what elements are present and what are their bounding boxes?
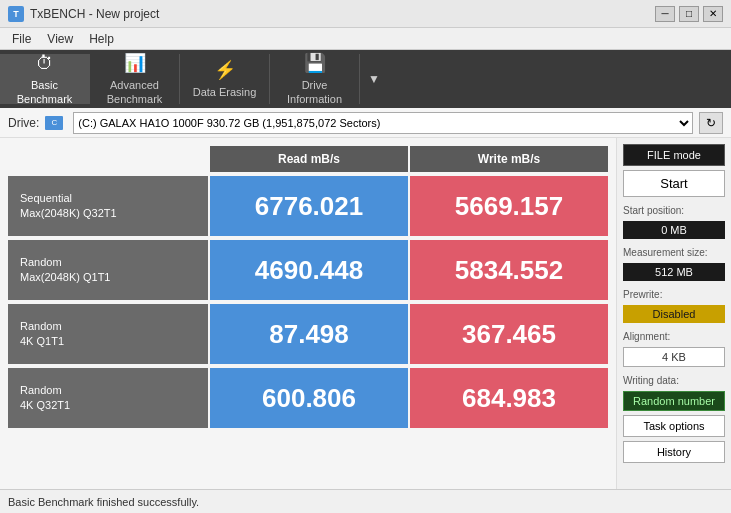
row-label-0: SequentialMax(2048K) Q32T1 [8, 176, 208, 236]
toolbar-basic-benchmark-label: BasicBenchmark [17, 78, 73, 107]
row-label-3: Random4K Q32T1 [8, 368, 208, 428]
menu-view[interactable]: View [39, 30, 81, 48]
read-cell-0: 6776.021 [210, 176, 408, 236]
title-bar: T TxBENCH - New project ─ □ ✕ [0, 0, 731, 28]
drive-select-wrapper[interactable]: (C:) GALAX HA1O 1000F 930.72 GB (1,951,8… [73, 112, 693, 134]
prewrite-value[interactable]: Disabled [623, 305, 725, 323]
toolbar-dropdown[interactable]: ▼ [360, 54, 388, 104]
toolbar-data-erasing-label: Data Erasing [193, 85, 257, 99]
status-text: Basic Benchmark finished successfully. [8, 496, 199, 508]
data-erasing-icon: ⚡ [214, 59, 236, 82]
file-mode-button[interactable]: FILE mode [623, 144, 725, 166]
measurement-size-value[interactable]: 512 MB [623, 263, 725, 281]
table-row: SequentialMax(2048K) Q32T1 6776.021 5669… [8, 176, 608, 236]
table-row: Random4K Q32T1 600.806 684.983 [8, 368, 608, 428]
title-bar-title: TxBENCH - New project [30, 7, 159, 21]
menu-file[interactable]: File [4, 30, 39, 48]
read-cell-2: 87.498 [210, 304, 408, 364]
toolbar-advanced-benchmark-label: AdvancedBenchmark [107, 78, 163, 107]
start-position-label: Start position: [623, 205, 725, 216]
write-cell-1: 5834.552 [410, 240, 608, 300]
history-button[interactable]: History [623, 441, 725, 463]
start-button[interactable]: Start [623, 170, 725, 197]
task-options-button[interactable]: Task options [623, 415, 725, 437]
th-empty [8, 146, 208, 172]
read-cell-1: 4690.448 [210, 240, 408, 300]
toolbar: ⏱ BasicBenchmark 📊 AdvancedBenchmark ⚡ D… [0, 50, 731, 108]
toolbar-basic-benchmark[interactable]: ⏱ BasicBenchmark [0, 54, 90, 104]
write-cell-3: 684.983 [410, 368, 608, 428]
writing-data-value[interactable]: Random number [623, 391, 725, 411]
table-row: Random4K Q1T1 87.498 367.465 [8, 304, 608, 364]
write-cell-2: 367.465 [410, 304, 608, 364]
title-bar-controls[interactable]: ─ □ ✕ [655, 6, 723, 22]
write-cell-0: 5669.157 [410, 176, 608, 236]
read-cell-3: 600.806 [210, 368, 408, 428]
toolbar-advanced-benchmark[interactable]: 📊 AdvancedBenchmark [90, 54, 180, 104]
table-row: RandomMax(2048K) Q1T1 4690.448 5834.552 [8, 240, 608, 300]
main-content: Read mB/s Write mB/s SequentialMax(2048K… [0, 138, 731, 489]
th-write: Write mB/s [410, 146, 608, 172]
drive-select[interactable]: (C:) GALAX HA1O 1000F 930.72 GB (1,951,8… [73, 112, 693, 134]
row-label-2: Random4K Q1T1 [8, 304, 208, 364]
th-read: Read mB/s [210, 146, 408, 172]
table-header: Read mB/s Write mB/s [8, 146, 608, 172]
drive-refresh-button[interactable]: ↻ [699, 112, 723, 134]
start-position-value[interactable]: 0 MB [623, 221, 725, 239]
row-label-1: RandomMax(2048K) Q1T1 [8, 240, 208, 300]
alignment-label: Alignment: [623, 331, 725, 342]
minimize-button[interactable]: ─ [655, 6, 675, 22]
menu-help[interactable]: Help [81, 30, 122, 48]
benchmark-area: Read mB/s Write mB/s SequentialMax(2048K… [0, 138, 616, 489]
alignment-value[interactable]: 4 KB [623, 347, 725, 367]
drive-label: Drive: [8, 116, 39, 130]
status-bar: Basic Benchmark finished successfully. [0, 489, 731, 513]
close-button[interactable]: ✕ [703, 6, 723, 22]
app-icon: T [8, 6, 24, 22]
drive-type-icon: C [45, 116, 63, 130]
toolbar-drive-information[interactable]: 💾 DriveInformation [270, 54, 360, 104]
menu-bar: File View Help [0, 28, 731, 50]
measurement-size-label: Measurement size: [623, 247, 725, 258]
side-panel: FILE mode Start Start position: 0 MB Mea… [616, 138, 731, 489]
advanced-benchmark-icon: 📊 [124, 52, 146, 75]
toolbar-drive-information-label: DriveInformation [287, 78, 342, 107]
basic-benchmark-icon: ⏱ [36, 52, 54, 75]
toolbar-data-erasing[interactable]: ⚡ Data Erasing [180, 54, 270, 104]
prewrite-label: Prewrite: [623, 289, 725, 300]
title-bar-left: T TxBENCH - New project [8, 6, 159, 22]
maximize-button[interactable]: □ [679, 6, 699, 22]
writing-data-label: Writing data: [623, 375, 725, 386]
drive-bar: Drive: C (C:) GALAX HA1O 1000F 930.72 GB… [0, 108, 731, 138]
drive-information-icon: 💾 [304, 52, 326, 75]
